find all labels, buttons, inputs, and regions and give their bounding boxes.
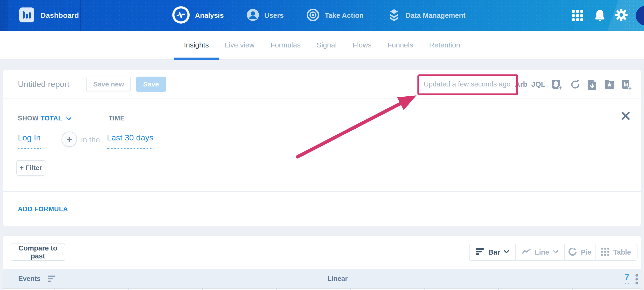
tab-label: Insights xyxy=(184,41,209,49)
nav-divider xyxy=(80,0,81,31)
time-range-selector[interactable]: Last 30 days xyxy=(107,133,154,149)
add-formula-button[interactable]: ADD FORMULA xyxy=(18,192,68,226)
events-column-header: Events xyxy=(18,269,40,288)
chart-type-label: Pie xyxy=(581,248,592,256)
save-button[interactable]: Save xyxy=(136,77,166,92)
target-icon xyxy=(306,8,320,22)
tab-label: Live view xyxy=(225,41,254,49)
nav-label-users: Users xyxy=(264,11,284,19)
tab-label: Flows xyxy=(352,41,371,49)
chart-type-label: Line xyxy=(535,248,549,256)
chart-type-label: Bar xyxy=(488,248,500,256)
show-label-text: SHOW xyxy=(18,115,38,122)
nav-item-take-action[interactable]: Take Action xyxy=(306,0,364,31)
tab-label: Signal xyxy=(316,41,336,49)
compare-to-past-button[interactable]: Compare to past xyxy=(10,244,65,261)
top-navbar: Dashboard Analysis Users Take Action xyxy=(0,0,644,31)
chart-type-pie[interactable]: Pie xyxy=(564,244,596,260)
nav-item-data-management[interactable]: Data Management xyxy=(388,0,466,31)
tab-flows[interactable]: Flows xyxy=(352,31,371,59)
formula-row: ADD FORMULA xyxy=(4,191,640,226)
report-header-row: Untitled report Save new Save Updated a … xyxy=(4,70,640,99)
show-label[interactable]: SHOW TOTAL xyxy=(18,115,72,122)
report-tabbar: Insights Live view Formulas Signal Flows… xyxy=(0,31,644,59)
dashboard-nav-item[interactable]: Dashboard xyxy=(19,0,79,31)
pie-chart-icon xyxy=(568,247,577,257)
event-selector[interactable]: Log In xyxy=(18,133,41,149)
apps-grid-icon[interactable] xyxy=(572,10,583,22)
chart-type-line[interactable]: Line xyxy=(516,244,564,260)
primary-nav: Analysis Users Take Action Data Manageme… xyxy=(172,0,466,31)
nav-right-cluster xyxy=(543,0,644,31)
page: Dashboard Analysis Users Take Action xyxy=(0,0,644,290)
add-event-button[interactable]: + xyxy=(62,132,77,147)
add-alert-icon[interactable] xyxy=(551,79,562,89)
dashboard-logo-icon xyxy=(19,7,34,23)
active-tab-underline xyxy=(174,58,219,60)
nav-diagonal-decoration xyxy=(543,0,644,31)
chart-type-switcher: Bar Line Pie xyxy=(469,244,638,261)
tab-retention[interactable]: Retention xyxy=(429,31,460,59)
tab-funnels[interactable]: Funnels xyxy=(388,31,413,59)
jql-toggle[interactable]: JQL xyxy=(531,70,545,99)
tab-insights[interactable]: Insights xyxy=(184,31,209,59)
series-column-header: Linear xyxy=(54,269,621,288)
time-label: TIME xyxy=(108,115,125,122)
series-header-band: Events Linear 7 xyxy=(4,269,640,289)
nav-label-take-action: Take Action xyxy=(325,11,364,19)
tab-label: Retention xyxy=(429,41,460,49)
chevron-down-icon xyxy=(553,250,558,255)
bell-icon[interactable] xyxy=(594,9,606,23)
connector-text: in the xyxy=(81,135,100,144)
chart-type-bar[interactable]: Bar xyxy=(470,244,516,260)
add-to-dashboard-icon[interactable] xyxy=(621,79,631,89)
report-title[interactable]: Untitled report xyxy=(18,70,70,99)
chart-type-label: Table xyxy=(613,248,631,256)
tab-label: Funnels xyxy=(388,41,413,49)
save-new-button[interactable]: Save new xyxy=(86,77,131,92)
chevron-down-icon xyxy=(66,115,72,122)
close-icon[interactable] xyxy=(620,110,631,121)
dashboard-label: Dashboard xyxy=(40,11,79,19)
table-icon xyxy=(601,248,609,257)
user-icon xyxy=(247,9,259,22)
tab-signal[interactable]: Signal xyxy=(316,31,336,59)
nav-item-users[interactable]: Users xyxy=(247,0,284,31)
arb-toggle[interactable]: Arb xyxy=(515,70,528,99)
nav-label-data-management: Data Management xyxy=(406,11,466,19)
bar-chart-icon xyxy=(476,248,484,257)
series-count[interactable]: 7 xyxy=(625,273,629,284)
chart-type-table[interactable]: Table xyxy=(596,244,636,260)
updated-status: Updated a few seconds ago xyxy=(424,70,510,99)
favorite-folder-icon[interactable] xyxy=(604,79,614,89)
nav-divider xyxy=(8,0,8,31)
tab-formulas[interactable]: Formulas xyxy=(270,31,301,59)
export-file-icon[interactable] xyxy=(587,79,597,89)
gear-icon[interactable] xyxy=(615,9,628,22)
nav-item-analysis[interactable]: Analysis xyxy=(172,0,224,31)
chevron-down-icon xyxy=(504,250,509,255)
show-value: TOTAL xyxy=(40,115,62,122)
add-filter-button[interactable]: + Filter xyxy=(16,160,45,176)
line-chart-icon xyxy=(522,248,531,256)
nav-label-analysis: Analysis xyxy=(195,11,224,19)
layers-icon xyxy=(388,9,400,22)
visualization-card: Compare to past Bar Line xyxy=(3,236,641,290)
report-builder-card: Untitled report Save new Save Updated a … xyxy=(3,70,641,226)
pulse-icon xyxy=(172,6,190,24)
table-top-sliver xyxy=(4,289,640,290)
kebab-menu-icon[interactable] xyxy=(635,274,638,286)
tab-label: Formulas xyxy=(270,41,301,49)
tab-live-view[interactable]: Live view xyxy=(225,31,254,59)
refresh-icon[interactable] xyxy=(570,79,580,89)
nav-left-strip xyxy=(0,0,8,31)
